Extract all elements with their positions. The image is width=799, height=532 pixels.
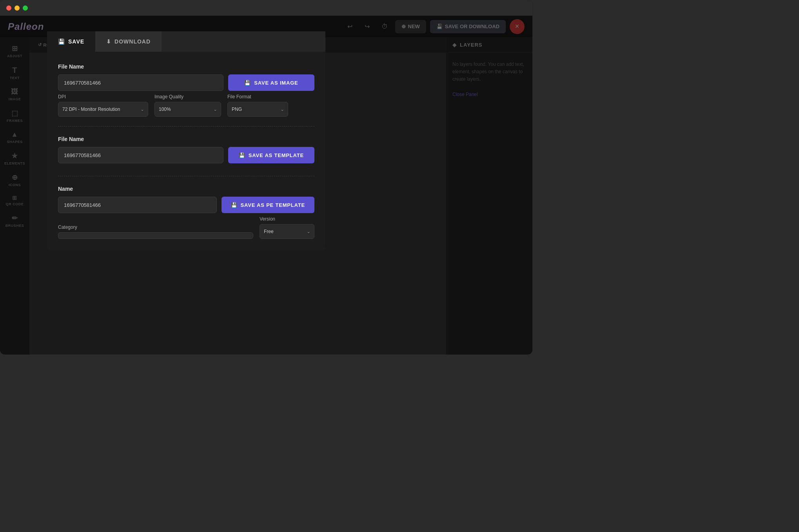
quality-label: Image Quality xyxy=(154,94,221,100)
dpi-label: DPI xyxy=(58,94,148,100)
save-template-input-row: 💾 SAVE AS TEMPLATE xyxy=(58,147,314,163)
file-name-label-2: File Name xyxy=(58,136,314,142)
version-group: Version Free Pro xyxy=(260,216,314,239)
traffic-light-yellow[interactable] xyxy=(15,5,20,11)
version-select[interactable]: Free Pro xyxy=(260,224,314,239)
version-select-wrapper: Free Pro xyxy=(260,224,314,239)
save-as-pe-template-button[interactable]: 💾 SAVE AS PE TEMPLATE xyxy=(222,197,314,213)
floppy-icon-1: 💾 xyxy=(244,80,251,86)
save-as-image-label: SAVE AS IMAGE xyxy=(254,80,298,86)
dpi-select-wrapper: 72 DPI - Monitor Resolution 150 DPI 300 … xyxy=(58,102,148,117)
format-select[interactable]: PNG JPG WEBP xyxy=(227,102,288,117)
category-group: Category xyxy=(58,224,253,239)
download-tab-icon: ⬇ xyxy=(106,38,111,45)
format-label: File Format xyxy=(227,94,288,100)
app-window: Palleon ↩ ↪ ⏱ ⊕ NEW 💾 SAVE OR DOWNLOAD xyxy=(0,0,532,355)
download-tab-label: DOWNLOAD xyxy=(114,38,151,45)
quality-select[interactable]: 100% 75% 50% xyxy=(154,102,221,117)
image-options-row: DPI 72 DPI - Monitor Resolution 150 DPI … xyxy=(58,94,314,117)
save-tab-label: SAVE xyxy=(68,38,84,45)
floppy-icon-3: 💾 xyxy=(231,202,238,208)
traffic-light-green[interactable] xyxy=(23,5,28,11)
save-image-section: File Name 💾 SAVE AS IMAGE DPI xyxy=(58,63,314,117)
tab-save[interactable]: 💾 SAVE xyxy=(47,31,95,52)
name-label: Name xyxy=(58,186,314,192)
file-name-input-2[interactable] xyxy=(58,147,223,163)
save-image-input-row: 💾 SAVE AS IMAGE xyxy=(58,74,314,91)
app-background: Palleon ↩ ↪ ⏱ ⊕ NEW 💾 SAVE OR DOWNLOAD xyxy=(0,16,532,355)
category-label: Category xyxy=(58,224,253,230)
name-input[interactable] xyxy=(58,197,217,213)
format-group: File Format PNG JPG WEBP xyxy=(227,94,288,117)
format-select-wrapper: PNG JPG WEBP xyxy=(227,102,288,117)
dpi-select[interactable]: 72 DPI - Monitor Resolution 150 DPI 300 … xyxy=(58,102,148,117)
save-tab-icon: 💾 xyxy=(58,38,65,45)
traffic-light-red[interactable] xyxy=(6,5,11,11)
file-name-input-1[interactable] xyxy=(58,74,223,91)
floppy-icon-2: 💾 xyxy=(239,152,245,158)
save-as-template-label: SAVE AS TEMPLATE xyxy=(249,152,304,158)
save-as-pe-template-label: SAVE AS PE TEMPLATE xyxy=(241,202,305,208)
quality-select-wrapper: 100% 75% 50% xyxy=(154,102,221,117)
modal-body: File Name 💾 SAVE AS IMAGE DPI xyxy=(47,52,325,251)
divider-2 xyxy=(58,176,314,176)
save-as-image-button[interactable]: 💾 SAVE AS IMAGE xyxy=(228,74,314,91)
tab-download[interactable]: ⬇ DOWNLOAD xyxy=(95,31,162,52)
version-label: Version xyxy=(260,216,314,222)
save-pe-template-section: Name 💾 SAVE AS PE TEMPLATE Category xyxy=(58,186,314,239)
save-template-section: File Name 💾 SAVE AS TEMPLATE xyxy=(58,136,314,166)
quality-group: Image Quality 100% 75% 50% xyxy=(154,94,221,117)
file-name-label-1: File Name xyxy=(58,63,314,70)
modal-tabs: 💾 SAVE ⬇ DOWNLOAD xyxy=(47,31,325,52)
save-download-modal: 💾 SAVE ⬇ DOWNLOAD File Name 💾 xyxy=(47,31,325,251)
category-version-row: Category Version Free Pro xyxy=(58,216,314,239)
titlebar xyxy=(0,0,532,16)
dpi-group: DPI 72 DPI - Monitor Resolution 150 DPI … xyxy=(58,94,148,117)
divider-1 xyxy=(58,126,314,127)
save-pe-input-row: 💾 SAVE AS PE TEMPLATE xyxy=(58,197,314,213)
save-as-template-button[interactable]: 💾 SAVE AS TEMPLATE xyxy=(228,147,314,163)
category-input[interactable] xyxy=(58,232,253,239)
